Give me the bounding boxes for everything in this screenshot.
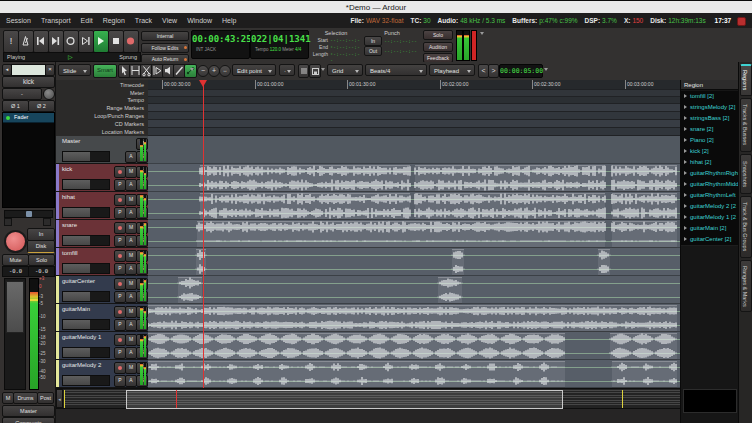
solo-button[interactable]: Solo [28, 254, 55, 266]
phase-invert-button-2[interactable]: Ø 2 [28, 100, 55, 112]
metronome-button[interactable] [18, 30, 34, 53]
m-button[interactable]: M [125, 166, 137, 178]
expand-triangle-icon[interactable] [684, 171, 687, 175]
region-list-item[interactable]: guitarCenter [2] [681, 234, 739, 246]
track-lane-hihat[interactable] [148, 192, 680, 220]
pan-handle[interactable] [26, 211, 32, 217]
ruler-lane-meter[interactable] [148, 90, 680, 97]
monitor-disk-button[interactable]: Disk [27, 240, 55, 253]
save-dropdown-icon[interactable] [321, 68, 325, 71]
mixer-track-name[interactable]: kick [2, 76, 55, 88]
record-enable-button[interactable] [114, 222, 126, 234]
a-button[interactable]: A [125, 235, 137, 247]
tab-track-bus-groups[interactable]: Track & Bus Groups [740, 196, 752, 258]
menu-session[interactable]: Session [6, 17, 31, 24]
expand-triangle-icon[interactable] [684, 193, 687, 197]
edit-point-combo[interactable]: Playhead [429, 64, 475, 76]
track-lane-guitarmain[interactable] [148, 304, 680, 332]
expand-triangle-icon[interactable] [684, 138, 687, 142]
save-icon-button[interactable] [309, 64, 321, 78]
ruler-lane-tempo[interactable] [148, 97, 680, 104]
track-lane-master[interactable] [148, 136, 680, 164]
a-button[interactable]: A [125, 375, 137, 387]
playhead-line[interactable] [203, 80, 204, 388]
grid-type-combo[interactable]: Beats/4 [365, 64, 427, 76]
expand-triangle-icon[interactable] [684, 160, 687, 164]
ruler-label-meter[interactable]: Meter [130, 90, 144, 96]
regions-column-header[interactable]: Region [681, 80, 739, 90]
zoom-focus-combo[interactable]: Edit point [232, 64, 276, 76]
transport-toggle-follow-edits[interactable]: Follow Edits [141, 43, 189, 53]
tab-tracks-busses[interactable]: Tracks & Busses [740, 98, 752, 152]
meter-dropdown-icon[interactable] [480, 32, 484, 35]
ruler-label-range-markers[interactable]: Range Markers [106, 105, 144, 111]
secondary-clock[interactable]: 022|04|1341 Tempo 120.0 Meter 4/4 [250, 30, 309, 59]
summary-scroll-left-button[interactable]: ◂ [56, 389, 63, 408]
nudge-forward-button[interactable]: > [488, 64, 499, 78]
menu-view[interactable]: View [162, 17, 177, 24]
ruler-lanes[interactable]: 00:00:30:0000:01:00:0000:01:30:0000:02:0… [148, 80, 680, 136]
expand-triangle-icon[interactable] [684, 182, 687, 186]
tab-snapshots[interactable]: Snapshots [740, 154, 752, 194]
track-gain-fader[interactable] [62, 347, 110, 358]
gain-fader[interactable] [4, 278, 26, 390]
ruler-label-cd-markers[interactable]: CD Markers [115, 121, 144, 127]
track-lane-guitarmelody-2[interactable] [148, 360, 680, 388]
play-selection-button[interactable] [78, 30, 94, 53]
p-button[interactable]: P [114, 347, 126, 359]
p-button[interactable]: P [114, 235, 126, 247]
audition-button[interactable]: Audition [423, 42, 453, 52]
marker-combo[interactable]: · [279, 64, 295, 76]
phase-invert-button-1[interactable]: Ø 1 [2, 100, 29, 112]
track-header-guitarcenter[interactable]: guitarCenterSMGAP [55, 276, 148, 304]
ruler-label-timecode[interactable]: Timecode [120, 82, 144, 88]
track-lane-guitarcenter[interactable] [148, 276, 680, 304]
record-enable-button[interactable] [114, 194, 126, 206]
track-header-kick[interactable]: kickSMGAP [55, 164, 148, 192]
m-button[interactable]: M [125, 362, 137, 374]
track-header-tomfill[interactable]: tomfillSMGAP [55, 248, 148, 276]
a-button[interactable]: A [125, 347, 137, 359]
menu-track[interactable]: Track [135, 17, 152, 24]
pan-track[interactable] [4, 210, 53, 218]
record-enable-button[interactable] [114, 334, 126, 346]
track-gain-fader[interactable] [62, 207, 110, 218]
m-button[interactable]: M [125, 194, 137, 206]
summary-view-rectangle[interactable] [126, 390, 563, 409]
track-header-guitarmelody-2[interactable]: guitarMelody 2SMGAP [55, 360, 148, 388]
p-button[interactable]: P [114, 291, 126, 303]
punch-in-button[interactable]: In [364, 36, 382, 46]
track-header-master[interactable]: MasterMGA [55, 136, 148, 164]
expand-triangle-icon[interactable] [684, 116, 687, 120]
track-gain-fader[interactable] [62, 179, 110, 190]
ruler-lane-location-markers[interactable] [148, 128, 680, 136]
expand-triangle-icon[interactable] [684, 215, 687, 219]
editor-canvas[interactable] [148, 136, 680, 388]
window-titlebar[interactable]: *Demo — Ardour [0, 0, 752, 14]
track-gain-fader[interactable] [62, 235, 110, 246]
ruler-lane-loop-punch-ranges[interactable] [148, 112, 680, 120]
a-button[interactable]: A [125, 291, 137, 303]
record-enable-button[interactable] [4, 230, 27, 253]
track-lane-snare[interactable] [148, 220, 680, 248]
bottom-scroll-strip[interactable] [55, 409, 708, 423]
play-button[interactable] [93, 30, 109, 53]
trim-knob[interactable] [43, 88, 55, 100]
session-summary[interactable]: ◂ ▸ ▾ [55, 388, 708, 409]
gain-display[interactable]: -0.0 [2, 266, 29, 277]
track-gain-fader[interactable] [62, 319, 110, 330]
record-enable-button[interactable] [114, 278, 126, 290]
nudge-clock[interactable]: 00:00:05:00 [499, 64, 543, 78]
expand-triangle-icon[interactable] [684, 149, 687, 153]
menu-region[interactable]: Region [103, 17, 125, 24]
expand-triangle-icon[interactable] [684, 237, 687, 241]
m-button[interactable]: M [125, 250, 137, 262]
drums-strip-button[interactable]: Drums [13, 392, 38, 404]
processor-fader[interactable]: Fader [3, 113, 54, 123]
processor-box[interactable]: Fader [2, 112, 55, 208]
record-enable-button[interactable] [114, 166, 126, 178]
playhead-marker-icon[interactable] [199, 80, 207, 87]
edit-mode-combo[interactable]: Slide [58, 64, 91, 76]
record-button[interactable] [123, 30, 139, 53]
primary-clock[interactable]: 00:00:43:25 INT JACK [191, 30, 250, 59]
